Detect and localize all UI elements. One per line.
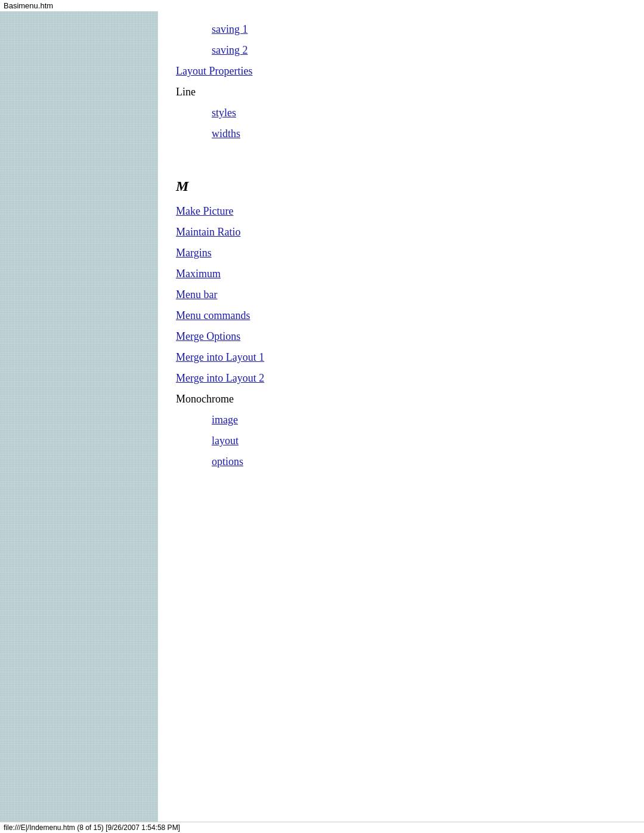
list-item: Merge into Layout 2 <box>176 372 626 385</box>
title-text: Basimenu.htm <box>4 1 53 10</box>
merge-options-link[interactable]: Merge Options <box>176 330 240 342</box>
list-item: Menu bar <box>176 289 626 301</box>
line-section-label: Line <box>176 86 626 98</box>
merge-into-layout-1-link[interactable]: Merge into Layout 1 <box>176 351 264 363</box>
saving2-link[interactable]: saving 2 <box>212 44 248 56</box>
title-bar: Basimenu.htm <box>0 0 644 11</box>
list-item: Make Picture <box>176 205 626 218</box>
monochrome-section-label: Monochrome <box>176 393 626 405</box>
list-item: Maintain Ratio <box>176 226 626 239</box>
widths-link[interactable]: widths <box>212 128 240 140</box>
section-header-m: M <box>176 178 626 194</box>
merge-into-layout-2-link[interactable]: Merge into Layout 2 <box>176 372 264 384</box>
list-item: image <box>212 414 626 426</box>
margins-link[interactable]: Margins <box>176 247 212 259</box>
list-item: styles <box>212 107 626 119</box>
menu-bar-link[interactable]: Menu bar <box>176 289 217 301</box>
monochrome-layout-link[interactable]: layout <box>212 435 239 447</box>
list-item: widths <box>212 128 626 140</box>
list-item: Maximum <box>176 268 626 280</box>
sidebar <box>0 11 158 828</box>
saving1-link[interactable]: saving 1 <box>212 23 248 35</box>
status-text: file:///E|/Indemenu.htm (8 of 15) [9/26/… <box>4 823 180 832</box>
styles-link[interactable]: styles <box>212 107 236 119</box>
spacer <box>176 160 626 172</box>
menu-commands-link[interactable]: Menu commands <box>176 309 250 321</box>
list-item: saving 1 <box>212 23 626 36</box>
list-item: options <box>212 456 626 468</box>
layout-properties-link[interactable]: Layout Properties <box>176 65 252 77</box>
spacer <box>176 148 626 160</box>
status-bar: file:///E|/Indemenu.htm (8 of 15) [9/26/… <box>0 822 644 833</box>
monochrome-options-link[interactable]: options <box>212 456 243 467</box>
list-item: layout <box>212 435 626 447</box>
maximum-link[interactable]: Maximum <box>176 268 221 280</box>
list-item: Menu commands <box>176 309 626 322</box>
list-item: saving 2 <box>212 44 626 57</box>
list-item: Layout Properties <box>176 65 626 78</box>
make-picture-link[interactable]: Make Picture <box>176 205 233 217</box>
main-layout: saving 1 saving 2 Layout Properties Line… <box>0 11 644 828</box>
list-item: Margins <box>176 247 626 259</box>
list-item: Merge Options <box>176 330 626 343</box>
list-item: Merge into Layout 1 <box>176 351 626 364</box>
content-area: saving 1 saving 2 Layout Properties Line… <box>158 11 644 828</box>
monochrome-image-link[interactable]: image <box>212 414 238 426</box>
maintain-ratio-link[interactable]: Maintain Ratio <box>176 226 240 238</box>
